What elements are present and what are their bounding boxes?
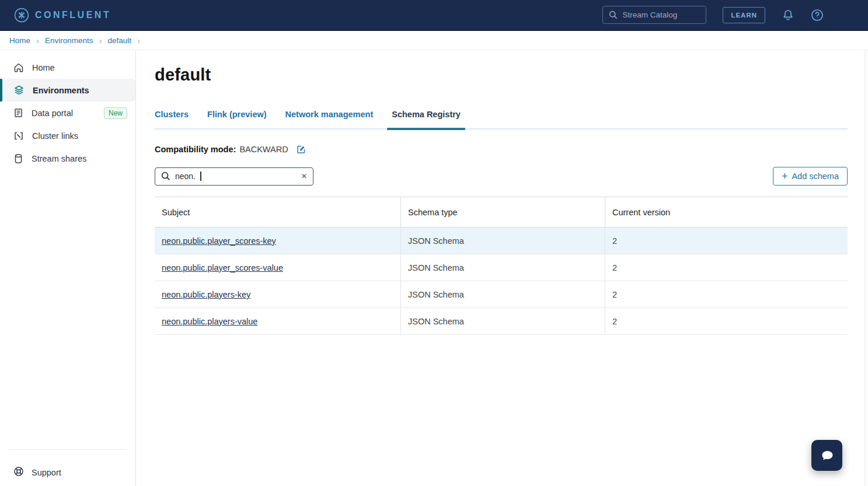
table-row[interactable]: neon.public.player_scores-value JSON Sch… (155, 254, 848, 281)
column-header-schema-type: Schema type (401, 197, 605, 227)
bell-icon (782, 9, 794, 22)
add-schema-label: Add schema (792, 172, 839, 181)
compatibility-mode-value: BACKWARD (239, 145, 288, 154)
table-row[interactable]: neon.public.player_scores-key JSON Schem… (155, 228, 848, 254)
current-version-cell: 2 (605, 228, 848, 254)
search-icon (161, 172, 170, 181)
sidebar-bottom: Support (0, 449, 135, 486)
current-version-cell: 2 (605, 281, 848, 307)
column-header-subject: Subject (155, 197, 401, 227)
chevron-right-icon: › (99, 36, 102, 45)
breadcrumb-default[interactable]: default (108, 36, 132, 45)
table-header: Subject Schema type Current version (155, 197, 848, 228)
schema-type-cell: JSON Schema (401, 228, 605, 254)
schema-type-cell: JSON Schema (401, 308, 605, 334)
help-button[interactable] (811, 9, 824, 22)
sidebar-divider (9, 449, 126, 450)
current-version-cell: 2 (605, 254, 848, 281)
breadcrumb-environments[interactable]: Environments (45, 36, 93, 45)
schema-search-input[interactable]: neon. ✕ (155, 167, 313, 186)
home-icon (13, 62, 24, 73)
sidebar-item-cluster-links[interactable]: Cluster links (0, 124, 135, 147)
subject-link[interactable]: neon.public.player_scores-value (162, 263, 283, 272)
tab-flink-preview[interactable]: Flink (preview) (207, 110, 267, 128)
stream-catalog-search[interactable] (602, 6, 706, 24)
sidebar-item-label: Environments (33, 86, 89, 95)
subject-link[interactable]: neon.public.player_scores-key (162, 236, 276, 246)
sidebar: Home Environments Data portal New Cluste… (0, 50, 136, 486)
subject-link[interactable]: neon.public.players-value (162, 317, 257, 326)
chat-launcher-button[interactable] (811, 440, 842, 471)
tab-bar: Clusters Flink (preview) Network managem… (155, 110, 848, 130)
hamburger-menu-button[interactable] (840, 10, 854, 20)
notifications-button[interactable] (782, 9, 794, 22)
sidebar-item-label: Home (32, 63, 55, 72)
lifebuoy-icon (13, 466, 24, 479)
schema-table: Subject Schema type Current version neon… (155, 197, 848, 335)
tab-clusters[interactable]: Clusters (155, 110, 189, 128)
top-navbar: CONFLUENT LEARN (0, 0, 868, 31)
column-header-current-version: Current version (605, 197, 848, 227)
table-toolbar: neon. ✕ + Add schema (155, 167, 848, 186)
sidebar-item-stream-shares[interactable]: Stream shares (0, 147, 135, 170)
tab-schema-registry[interactable]: Schema Registry (392, 110, 461, 128)
confluent-brand[interactable]: CONFLUENT (14, 8, 111, 23)
layers-icon (13, 85, 25, 96)
schema-type-cell: JSON Schema (401, 254, 605, 281)
main-content: default Clusters Flink (preview) Network… (136, 50, 868, 486)
database-cylinder-icon (13, 153, 23, 164)
plus-icon: + (782, 172, 788, 180)
page-title: default (155, 65, 848, 85)
stream-catalog-input[interactable] (622, 11, 700, 19)
sidebar-item-label: Stream shares (32, 154, 86, 163)
search-icon (609, 11, 618, 19)
sidebar-item-support[interactable]: Support (0, 466, 135, 479)
current-version-cell: 2 (605, 308, 848, 334)
table-row[interactable]: neon.public.players-key JSON Schema 2 (155, 281, 848, 308)
text-cursor (200, 172, 201, 181)
sidebar-item-label: Data portal (32, 109, 73, 118)
schema-search-value: neon. (175, 172, 196, 181)
breadcrumb: Home › Environments › default › (0, 31, 868, 50)
scrollbar[interactable] (864, 50, 868, 486)
document-icon (13, 108, 23, 118)
sidebar-item-data-portal[interactable]: Data portal New (0, 102, 135, 124)
learn-button[interactable]: LEARN (723, 7, 765, 23)
sidebar-item-environments[interactable]: Environments (0, 79, 135, 102)
question-circle-icon (811, 9, 824, 22)
clear-search-button[interactable]: ✕ (301, 173, 307, 180)
topbar-actions: LEARN (602, 6, 854, 24)
support-label: Support (32, 468, 61, 477)
schema-type-cell: JSON Schema (401, 281, 605, 307)
table-row[interactable]: neon.public.players-value JSON Schema 2 (155, 308, 848, 335)
new-badge: New (104, 107, 127, 119)
add-schema-button[interactable]: + Add schema (773, 167, 848, 186)
brand-name: CONFLUENT (35, 10, 111, 20)
edit-compatibility-button[interactable] (297, 145, 306, 154)
confluent-logo-icon (14, 8, 29, 23)
tab-network-management[interactable]: Network management (285, 110, 374, 128)
breadcrumb-home[interactable]: Home (9, 36, 30, 45)
compatibility-mode-row: Compatibility mode: BACKWARD (155, 145, 848, 154)
compatibility-mode-label: Compatibility mode: (155, 145, 236, 154)
chevron-right-icon: › (36, 36, 39, 45)
subject-link[interactable]: neon.public.players-key (162, 290, 250, 299)
sidebar-item-home[interactable]: Home (0, 56, 135, 79)
edit-pencil-icon (297, 145, 306, 154)
chevron-right-icon: › (137, 36, 140, 45)
chat-bubble-icon (819, 447, 835, 464)
cluster-links-icon (13, 131, 24, 141)
sidebar-item-label: Cluster links (32, 131, 78, 141)
